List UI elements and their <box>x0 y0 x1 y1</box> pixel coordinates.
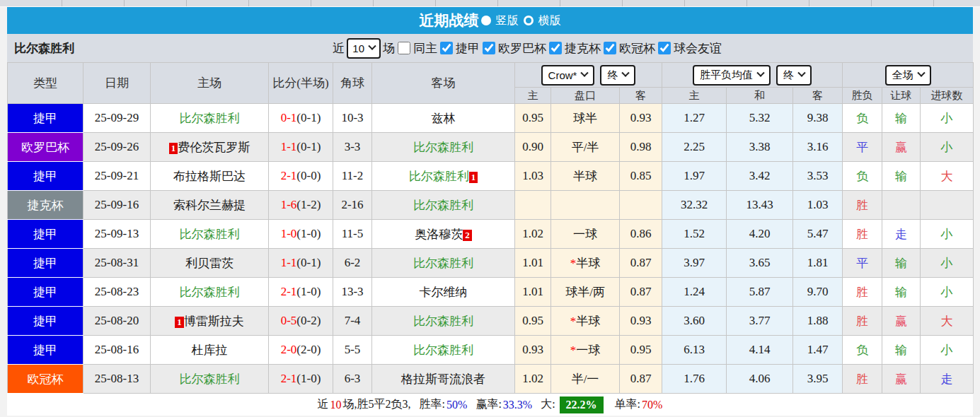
home-team-name[interactable]: 比尔森胜利 <box>180 228 240 241</box>
result-wdl: 负 <box>843 104 882 133</box>
league-type-badge[interactable]: 捷甲 <box>8 307 83 336</box>
corner-count: 11-2 <box>333 162 372 191</box>
filter-bar: 比尔森胜利 近 10 场 同主 捷甲 欧罗巴杯 捷克杯 欧冠杯 球会友谊 <box>7 34 973 62</box>
league-type-badge[interactable]: 捷克杯 <box>8 191 83 220</box>
away-team-name[interactable]: 比尔森胜利 <box>413 257 473 270</box>
league-type-badge[interactable]: 捷甲 <box>8 104 83 133</box>
halftime-score: (1-0) <box>296 372 321 385</box>
summary-prefix: 近 <box>318 397 329 412</box>
handicap-star: * <box>570 315 577 328</box>
odds-home-win: 2.25 <box>662 133 727 162</box>
away-team-name[interactable]: 卡尔维纳 <box>420 286 468 299</box>
odds-away-win: 3.53 <box>793 162 843 191</box>
handicap-away-odds: 0.87 <box>620 278 662 307</box>
home-team-name[interactable]: 布拉格斯巴达 <box>173 170 246 183</box>
chevron-down-icon <box>756 69 764 77</box>
recent-count-select[interactable]: 10 <box>347 38 381 59</box>
result-wdl: 胜 <box>843 220 882 249</box>
odds-time-value: 终 <box>783 69 794 82</box>
home-team-name[interactable]: 比尔森胜利 <box>180 372 240 386</box>
away-team-name[interactable]: 比尔森胜利 <box>409 170 469 183</box>
away-team-name[interactable]: 比尔森胜利 <box>413 141 473 154</box>
league-checkbox-jiejia[interactable] <box>440 42 453 54</box>
handicap-star: * <box>570 257 577 270</box>
handicap-line: *一球 <box>551 336 620 365</box>
match-scope-value: 全场 <box>892 69 913 82</box>
handicap-rate-label: 赢率: <box>475 397 501 412</box>
vertical-layout-label[interactable]: 竖版 <box>496 13 519 28</box>
fulltime-score: 1-0 <box>281 227 297 240</box>
handicap-away-odds: 0.93 <box>620 104 662 133</box>
summary-bar: 近10场,胜5平2负3, 胜率:50% 赢率:33.3% 大:22.2% 单率:… <box>7 394 973 416</box>
home-team-name[interactable]: 比尔森胜利 <box>180 286 240 299</box>
league-type-badge[interactable]: 捷甲 <box>8 162 83 191</box>
corner-count: 13-3 <box>333 278 372 307</box>
fulltime-score: 0-5 <box>281 314 297 327</box>
handicap-away-odds: 0.87 <box>620 365 662 394</box>
bookmaker-select[interactable]: Crow* <box>541 65 595 86</box>
away-team-name[interactable]: 比尔森胜利 <box>413 343 473 357</box>
recent-label: 近 <box>333 40 345 57</box>
home-team-name[interactable]: 利贝雷茨 <box>185 257 234 270</box>
home-team-name[interactable]: 索科尔兰赫提 <box>173 199 246 212</box>
chevron-down-icon <box>368 42 376 50</box>
odds-home-win: 1.27 <box>662 104 727 133</box>
score-cell: 2-1(1-0) <box>269 278 333 307</box>
league-type-badge[interactable]: 欧罗巴杯 <box>8 133 83 162</box>
odds-type-select[interactable]: 胜平负均值 <box>693 65 771 86</box>
match-date: 25-09-29 <box>83 104 151 133</box>
halftime-score: (0-1) <box>296 140 321 153</box>
fulltime-score: 0-1 <box>281 111 297 124</box>
home-team-cell: 比尔森胜利 <box>151 278 269 307</box>
result-goals: 小 <box>921 104 974 133</box>
halftime-score: (0-0) <box>296 169 321 182</box>
league-type-badge[interactable]: 捷甲 <box>8 220 83 249</box>
league-type-badge[interactable]: 欧冠杯 <box>8 365 83 394</box>
league-checkbox-czechcup[interactable] <box>549 42 562 54</box>
away-team-name[interactable]: 比尔森胜利 <box>413 315 473 328</box>
horizontal-layout-label[interactable]: 横版 <box>538 13 561 28</box>
odds-draw: 3.65 <box>727 249 793 278</box>
score-cell: 2-1(0-0) <box>269 162 333 191</box>
handicap-line: 球半 <box>551 104 620 133</box>
fulltime-score: 2-0 <box>281 343 297 356</box>
halftime-score: (1-0) <box>296 285 321 298</box>
table-row: 捷克杯 25-09-16 索科尔兰赫提 1-6(1-2) 2-16 比尔森胜利 … <box>8 191 974 220</box>
home-team-name[interactable]: 比尔森胜利 <box>180 112 240 125</box>
away-team-name[interactable]: 奥洛穆茨 <box>415 228 463 241</box>
league-checkbox-friendly[interactable] <box>658 42 671 54</box>
away-team-name[interactable]: 兹林 <box>432 112 456 125</box>
away-team-name[interactable]: 比尔森胜利 <box>413 199 473 212</box>
league-type-badge[interactable]: 捷甲 <box>8 278 83 307</box>
away-team-cell: 比尔森胜利 <box>372 249 515 278</box>
league-checkbox-europa[interactable] <box>483 42 495 54</box>
home-team-name[interactable]: 博雷斯拉夫 <box>184 315 244 328</box>
odds-home-win: 6.13 <box>662 336 727 365</box>
win-rate-label: 胜率: <box>420 397 445 412</box>
filter-controls: 近 10 场 同主 捷甲 欧罗巴杯 捷克杯 欧冠杯 球会友谊 <box>333 38 722 59</box>
league-label-czechcup: 捷克杯 <box>565 40 601 57</box>
result-goals <box>921 191 974 220</box>
away-team-cell: 卡尔维纳 <box>372 278 515 307</box>
odds-time-select[interactable]: 终 <box>776 65 812 86</box>
subheader-hcp-home: 主 <box>515 88 551 104</box>
home-rank-badge: 1 <box>175 317 184 328</box>
match-scope-select[interactable]: 全场 <box>885 65 931 86</box>
home-team-name[interactable]: 杜库拉 <box>192 343 228 357</box>
away-team-name[interactable]: 格拉斯哥流浪者 <box>401 372 485 386</box>
home-team-name[interactable]: 费伦茨瓦罗斯 <box>178 141 250 154</box>
away-team-cell: 比尔森胜利1 <box>372 162 515 191</box>
handicap-line: 半球 <box>551 162 620 191</box>
handicap-away-odds: 0.98 <box>620 133 662 162</box>
league-type-badge[interactable]: 捷甲 <box>8 336 83 365</box>
league-type-badge[interactable]: 捷甲 <box>8 249 83 278</box>
league-checkbox-champions[interactable] <box>604 42 616 54</box>
corner-count: 2-16 <box>333 191 372 220</box>
handicap-time-value: 终 <box>607 69 618 82</box>
same-home-checkbox[interactable] <box>398 42 410 54</box>
handicap-time-select[interactable]: 终 <box>600 65 635 86</box>
radio-selected-icon[interactable] <box>481 16 491 25</box>
odds-draw: 3.77 <box>727 307 793 336</box>
result-handicap: 走 <box>882 220 921 249</box>
radio-unselected-icon[interactable] <box>524 16 534 25</box>
